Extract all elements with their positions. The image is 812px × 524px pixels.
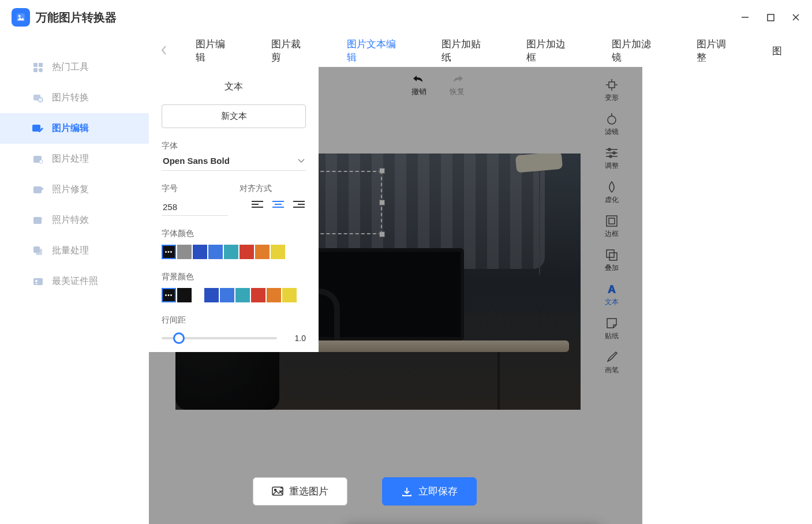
convert-icon — [32, 92, 44, 104]
color-swatch[interactable] — [224, 245, 238, 259]
font-size-input[interactable]: 258 — [162, 199, 228, 216]
font-color-swatches: ••• — [162, 245, 306, 259]
align-left-button[interactable] — [250, 199, 264, 210]
sidebar-item-batch[interactable]: 批量处理 — [0, 235, 149, 266]
font-select[interactable]: Open Sans Bold — [162, 151, 306, 171]
font-color-label: 字体颜色 — [162, 229, 306, 239]
slider-thumb[interactable] — [173, 332, 185, 344]
window-controls — [740, 13, 800, 22]
svg-rect-19 — [33, 278, 43, 285]
svg-rect-8 — [33, 68, 38, 72]
color-swatch[interactable] — [208, 245, 223, 259]
tab-label: 图片裁剪 — [271, 39, 301, 63]
color-swatch[interactable] — [282, 288, 297, 302]
batch-icon — [32, 245, 44, 257]
tab-text-edit[interactable]: 图片文本编辑 — [328, 29, 423, 72]
edit-icon — [32, 123, 44, 134]
panel-title: 文本 — [162, 76, 306, 95]
download-icon — [401, 486, 413, 497]
text-properties-panel: 文本 新文本 字体 Open Sans Bold 字号 258 对齐方式 — [149, 67, 319, 352]
save-button[interactable]: 立即保存 — [382, 477, 477, 506]
color-swatch[interactable] — [255, 245, 270, 259]
chevron-down-icon — [298, 159, 305, 163]
button-label: 重选图片 — [289, 485, 328, 498]
sidebar-item-label: 图片转换 — [52, 92, 89, 104]
swatch-more[interactable]: ••• — [162, 288, 176, 302]
color-swatch[interactable] — [240, 245, 254, 259]
align-center-button[interactable] — [271, 199, 285, 210]
repair-icon — [32, 184, 44, 196]
tab-crop[interactable]: 图片裁剪 — [253, 29, 328, 72]
sidebar: 热门工具 图片转换 图片编辑 图片处理 照片修复 照片特效 批量处理 最美证件照 — [0, 35, 149, 524]
color-swatch[interactable] — [177, 288, 192, 302]
color-swatch[interactable] — [204, 288, 219, 302]
app-logo — [12, 8, 30, 27]
tab-label: 图片编辑 — [196, 39, 225, 63]
tab-label: 图片文本编辑 — [347, 39, 396, 63]
reselect-image-button[interactable]: 重选图片 — [253, 477, 347, 506]
sidebar-item-label: 热门工具 — [52, 61, 89, 73]
tab-image-edit[interactable]: 图片编辑 — [177, 29, 253, 72]
idphoto-icon — [32, 276, 44, 287]
color-swatch[interactable] — [235, 288, 250, 302]
workarea: 返回 撤销 恢复 — [149, 67, 812, 524]
sidebar-item-convert[interactable]: 图片转换 — [0, 83, 149, 113]
color-swatch[interactable] — [271, 245, 285, 259]
bg-color-label: 背景颜色 — [162, 272, 306, 282]
color-swatch[interactable] — [267, 288, 281, 302]
svg-point-39 — [275, 489, 276, 491]
sidebar-item-label: 图片处理 — [52, 153, 89, 165]
svg-rect-6 — [33, 63, 38, 67]
process-icon — [32, 154, 44, 165]
size-label: 字号 — [162, 184, 228, 194]
effects-icon — [32, 215, 44, 226]
sidebar-item-repair[interactable]: 照片修复 — [0, 174, 149, 205]
color-swatch[interactable] — [177, 245, 192, 259]
minimize-button[interactable] — [740, 13, 750, 22]
color-swatch[interactable] — [251, 288, 265, 302]
app-title: 万能图片转换器 — [36, 10, 117, 25]
tab-label: 图 — [772, 46, 782, 57]
image-icon — [272, 486, 283, 497]
tab-filter[interactable]: 图片加滤镜 — [593, 29, 678, 72]
new-text-button[interactable]: 新文本 — [162, 104, 306, 128]
tabs: 图片编辑 图片裁剪 图片文本编辑 图片加贴纸 图片加边框 图片加滤镜 图片调整 … — [149, 35, 812, 67]
content: 图片编辑 图片裁剪 图片文本编辑 图片加贴纸 图片加边框 图片加滤镜 图片调整 … — [149, 35, 812, 524]
svg-point-20 — [35, 280, 38, 282]
sidebar-item-process[interactable]: 图片处理 — [0, 144, 149, 174]
sidebar-item-label: 最美证件照 — [52, 275, 98, 287]
sidebar-item-idphoto[interactable]: 最美证件照 — [0, 266, 149, 297]
svg-rect-7 — [39, 63, 43, 67]
color-swatch[interactable] — [220, 288, 234, 302]
font-label: 字体 — [162, 141, 306, 151]
font-value: Open Sans Bold — [163, 156, 230, 166]
color-swatch[interactable] — [193, 245, 207, 259]
align-right-button[interactable] — [292, 199, 306, 210]
svg-point-14 — [39, 160, 43, 163]
swatch-more[interactable]: ••• — [162, 245, 176, 259]
sidebar-item-label: 批量处理 — [52, 245, 89, 257]
tab-adjust[interactable]: 图片调整 — [678, 29, 754, 72]
tab-sticker[interactable]: 图片加贴纸 — [423, 29, 508, 72]
sidebar-item-label: 照片修复 — [52, 184, 89, 196]
sidebar-item-effects[interactable]: 照片特效 — [0, 205, 149, 235]
svg-rect-9 — [39, 68, 43, 72]
svg-point-1 — [18, 15, 21, 17]
line-spacing-label: 行间距 — [162, 315, 306, 325]
svg-point-11 — [38, 98, 43, 102]
line-spacing-slider[interactable] — [162, 337, 277, 339]
tab-border[interactable]: 图片加边框 — [508, 29, 593, 72]
tab-label: 图片加边框 — [526, 39, 566, 63]
maximize-button[interactable] — [766, 13, 775, 22]
sidebar-item-edit[interactable]: 图片编辑 — [0, 113, 149, 144]
tabs-back-button[interactable] — [160, 45, 177, 57]
bg-color-swatches: ••• — [162, 288, 306, 302]
tab-more[interactable]: 图 — [754, 36, 800, 66]
svg-rect-16 — [33, 217, 42, 224]
svg-rect-18 — [36, 249, 42, 255]
grid-icon — [32, 62, 44, 73]
sidebar-item-hot-tools[interactable]: 热门工具 — [0, 52, 149, 83]
close-button[interactable] — [791, 13, 800, 22]
line-spacing-value: 1.0 — [283, 334, 306, 343]
align-label: 对齐方式 — [240, 184, 306, 194]
